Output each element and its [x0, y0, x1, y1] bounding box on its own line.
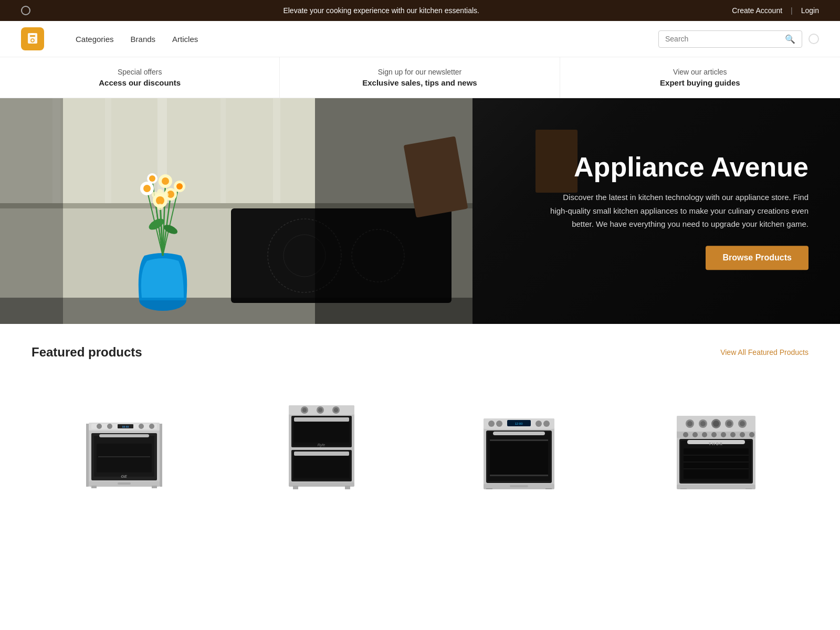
nav-brands[interactable]: Brands: [131, 35, 156, 44]
main-nav: Categories Brands Articles 🔍: [0, 21, 840, 57]
svg-point-46: [157, 204, 163, 210]
login-link[interactable]: Login: [801, 6, 819, 15]
svg-rect-58: [99, 434, 149, 437]
divider: |: [791, 6, 793, 15]
stove-svg-4: THOR: [674, 390, 758, 489]
svg-point-93: [543, 421, 550, 427]
svg-point-50: [97, 424, 102, 429]
search-input[interactable]: [665, 35, 781, 43]
nav-articles[interactable]: Articles: [172, 35, 198, 44]
view-all-link[interactable]: View All Featured Products: [720, 348, 808, 356]
svg-point-123: [721, 432, 726, 437]
svg-point-53: [149, 424, 154, 429]
svg-rect-78: [294, 417, 349, 422]
svg-rect-105: [545, 488, 552, 489]
svg-rect-130: [684, 448, 749, 479]
spinner-icon: [808, 34, 819, 44]
top-bar-message: Elevate your cooking experience with our…: [30, 6, 732, 15]
svg-point-125: [740, 432, 745, 437]
nav-right: 🔍: [658, 30, 819, 48]
svg-point-121: [702, 432, 707, 437]
svg-point-124: [730, 432, 736, 437]
info-label-0: Special offers: [21, 68, 258, 76]
featured-header: Featured products View All Featured Prod…: [32, 345, 808, 360]
svg-text:12:00: 12:00: [514, 422, 523, 425]
top-bar-actions: Create Account | Login: [732, 6, 819, 15]
svg-text:THOR: THOR: [709, 442, 723, 446]
svg-rect-103: [510, 485, 528, 487]
create-account-link[interactable]: Create Account: [732, 6, 782, 15]
product-image-2: Ryfe: [239, 387, 403, 492]
svg-point-75: [334, 408, 338, 412]
top-bar: Elevate your cooking experience with our…: [0, 0, 840, 21]
svg-rect-100: [490, 439, 548, 441]
stove-svg-2: Ryfe: [284, 390, 360, 489]
svg-rect-79: [294, 422, 349, 443]
svg-point-73: [318, 408, 322, 412]
svg-rect-62: [118, 482, 131, 485]
svg-rect-59: [97, 444, 152, 472]
svg-point-38: [176, 183, 183, 190]
svg-rect-104: [486, 488, 492, 489]
svg-point-111: [700, 421, 706, 426]
featured-title: Featured products: [32, 345, 142, 360]
info-bold-2: Expert buying guides: [581, 78, 819, 87]
featured-section: Featured products View All Featured Prod…: [0, 324, 840, 519]
svg-rect-87: [345, 486, 350, 489]
svg-point-109: [687, 421, 692, 426]
svg-point-91: [496, 421, 502, 427]
search-icon: 🔍: [785, 34, 795, 44]
svg-rect-86: [293, 486, 298, 489]
stove-svg-1: 88:88: [81, 391, 167, 488]
svg-rect-1: [30, 35, 35, 37]
logo[interactable]: [21, 27, 44, 50]
svg-point-51: [107, 424, 112, 429]
svg-rect-83: [294, 456, 349, 478]
svg-rect-84: [289, 482, 354, 487]
svg-point-113: [713, 421, 719, 427]
info-label-2: View our articles: [581, 68, 819, 76]
info-articles[interactable]: View our articles Expert buying guides: [560, 57, 840, 98]
svg-point-120: [692, 432, 698, 437]
svg-rect-63: [86, 424, 89, 487]
svg-rect-64: [160, 424, 162, 487]
stove-svg-3: 12:00: [478, 390, 560, 489]
svg-rect-136: [680, 488, 687, 489]
svg-text:Ryfe: Ryfe: [317, 443, 325, 447]
info-bold-0: Access our discounts: [21, 78, 258, 87]
svg-rect-82: [294, 452, 349, 456]
logo-icon: [21, 27, 44, 50]
svg-point-45: [157, 189, 163, 195]
svg-point-40: [162, 177, 169, 185]
svg-point-32: [156, 196, 164, 205]
product-card-2[interactable]: Ryfe: [229, 376, 414, 509]
hero-description: Discover the latest in kitchen technolog…: [546, 191, 808, 231]
svg-rect-9: [220, 98, 226, 203]
product-image-4: THOR: [634, 387, 798, 492]
loading-icon: [21, 6, 30, 15]
nav-links: Categories Brands Articles: [76, 35, 198, 44]
svg-rect-98: [493, 432, 545, 435]
browse-products-button[interactable]: Browse Products: [706, 246, 808, 270]
svg-rect-137: [746, 488, 752, 489]
svg-point-42: [149, 175, 155, 182]
svg-rect-99: [490, 439, 548, 476]
info-newsletter[interactable]: Sign up for our newsletter Exclusive sal…: [280, 57, 560, 98]
product-image-1: 88:88: [42, 387, 206, 492]
product-card-1[interactable]: 88:88: [32, 376, 216, 509]
svg-point-52: [139, 424, 144, 429]
svg-rect-7: [105, 98, 111, 203]
product-card-3[interactable]: 12:00: [426, 376, 611, 509]
svg-point-122: [711, 432, 717, 437]
svg-point-71: [302, 408, 307, 412]
svg-rect-135: [677, 485, 755, 489]
svg-point-36: [143, 185, 151, 192]
product-card-4[interactable]: THOR: [624, 376, 808, 509]
svg-text:GE: GE: [121, 474, 127, 479]
hero-content: Appliance Avenue Discover the latest in …: [546, 152, 808, 270]
svg-rect-66: [152, 486, 157, 488]
info-special-offers[interactable]: Special offers Access our discounts: [0, 57, 280, 98]
nav-categories[interactable]: Categories: [76, 35, 114, 44]
info-banner: Special offers Access our discounts Sign…: [0, 57, 840, 98]
search-container: 🔍: [658, 30, 802, 48]
